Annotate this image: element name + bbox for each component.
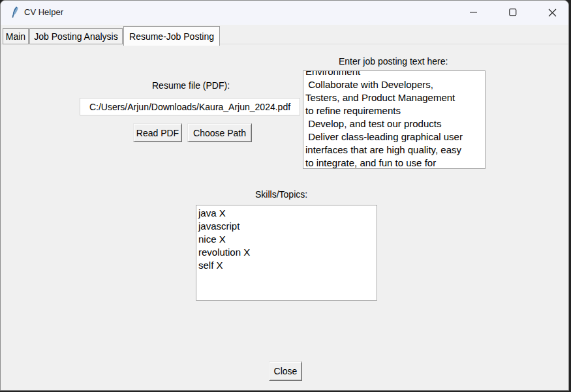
job-posting-text-line: to refine requirements xyxy=(305,104,485,117)
skills-label: Skills/Topics: xyxy=(255,189,307,200)
job-posting-text-line: Environment xyxy=(305,70,485,78)
resume-file-label: Resume file (PDF): xyxy=(152,80,230,91)
job-posting-text-line: Collaborate with Developers, xyxy=(305,78,485,91)
window-title: CV Helper xyxy=(24,7,63,17)
skills-listbox[interactable]: java Xjavascriptnice Xrevolution Xself X xyxy=(196,205,377,301)
titlebar: CV Helper xyxy=(1,1,568,25)
tk-feather-icon xyxy=(9,6,22,19)
app-window: CV Helper Main Job Posting Analysis Resu… xyxy=(0,0,569,391)
tab-job-posting-analysis[interactable]: Job Posting Analysis xyxy=(29,28,123,44)
close-button[interactable]: Close xyxy=(269,361,302,381)
job-posting-text-line: interfaces that are high quality, easy xyxy=(305,143,485,157)
job-posting-text-line: Deliver class-leading graphical user xyxy=(305,130,485,143)
maximize-button[interactable] xyxy=(498,1,528,24)
tab-resume-job-posting[interactable]: Resume-Job Posting xyxy=(123,26,220,46)
skills-list-item[interactable]: revolution X xyxy=(198,246,377,259)
tab-main[interactable]: Main xyxy=(3,28,29,44)
skills-list-item[interactable]: javascript xyxy=(198,220,377,233)
close-window-button[interactable] xyxy=(537,1,567,24)
minimize-button[interactable] xyxy=(459,1,489,24)
skills-list-item[interactable]: self X xyxy=(198,259,377,272)
skills-list-item[interactable]: nice X xyxy=(198,233,377,246)
job-posting-text-line: Testers, and Product Management xyxy=(305,91,485,104)
job-posting-textarea[interactable]: Environment Collaborate with Developers,… xyxy=(303,70,486,169)
read-pdf-button[interactable]: Read PDF xyxy=(133,123,182,142)
job-posting-text-line: Develop, and test our products xyxy=(305,117,485,130)
job-posting-label: Enter job posting text here: xyxy=(339,56,448,67)
choose-path-button[interactable]: Choose Path xyxy=(187,123,252,142)
job-posting-text-line: to integrate, and fun to use for xyxy=(305,157,485,169)
resume-path-input[interactable]: C:/Users/Arjun/Downloads/Kaura_Arjun_202… xyxy=(80,98,300,115)
skills-list-item[interactable]: java X xyxy=(198,207,377,220)
